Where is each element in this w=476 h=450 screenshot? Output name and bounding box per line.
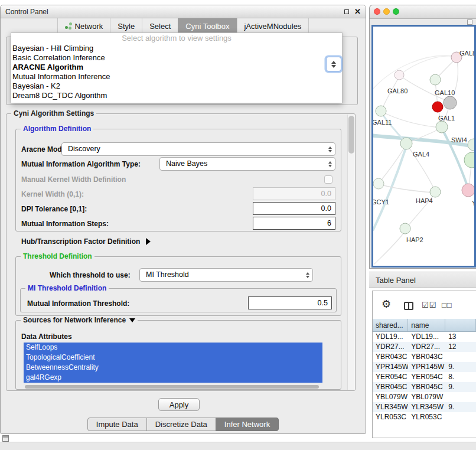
node-gal4[interactable] xyxy=(400,138,412,149)
table-row[interactable]: YLR053CYLR053C xyxy=(373,412,476,422)
close-traffic-light-icon[interactable] xyxy=(374,8,380,15)
node-gal10[interactable] xyxy=(444,96,457,109)
node-label: HAP2 xyxy=(406,236,423,243)
network-edge[interactable] xyxy=(374,230,406,264)
mi-threshold-field[interactable]: 0.5 xyxy=(248,296,332,309)
table-row[interactable]: YPR145WYPR145W9. xyxy=(373,362,476,372)
node-green-right[interactable] xyxy=(464,152,474,168)
table-row[interactable]: YDL19...YDL19...13 xyxy=(373,332,476,342)
restore-panel-icon[interactable] xyxy=(2,435,9,442)
node-pink-right[interactable] xyxy=(462,184,474,197)
tab-select[interactable]: Select xyxy=(142,18,178,34)
bottom-tab-infer-network[interactable]: Infer Network xyxy=(216,418,279,431)
algorithm-option[interactable]: Bayesian - Hill Climbing xyxy=(11,44,342,53)
collapse-down-icon xyxy=(129,318,135,322)
node-hap2[interactable] xyxy=(400,223,410,234)
table-panel-title: Table Panel xyxy=(376,276,416,285)
algorithm-option[interactable]: ARACNE Algorithm xyxy=(11,63,342,72)
settings-scrollbar[interactable] xyxy=(347,115,355,390)
network-edge[interactable] xyxy=(400,56,456,75)
algorithm-option[interactable]: Bayesian - K2 xyxy=(11,81,342,91)
tab-label: Cyni Toolbox xyxy=(185,22,229,31)
network-canvas[interactable]: GAL8GAL80GAL10GAL11GAL1SWI4GAL4GCY1HAP4H… xyxy=(371,25,476,268)
table-row[interactable]: YBR045CYBR045C9. xyxy=(373,382,476,392)
tab-jactivemnodules[interactable]: jActiveMNodules xyxy=(237,18,309,34)
table-panel-header[interactable]: Table Panel xyxy=(369,272,476,288)
node-label: SWI4 xyxy=(451,136,467,144)
attributes-h-scrollbar[interactable] xyxy=(24,384,322,389)
network-edge[interactable] xyxy=(373,56,455,93)
node-red[interactable] xyxy=(432,102,443,112)
view-toolbar-widget[interactable] xyxy=(467,19,472,25)
node-gcy1[interactable] xyxy=(373,178,384,189)
node-pale[interactable] xyxy=(395,70,404,80)
table-row[interactable]: YBR043CYBR043C xyxy=(373,352,476,362)
desktop: Control Panel ✕ NetworkStyleSelectCyni T… xyxy=(0,0,476,450)
tab-network[interactable]: Network xyxy=(57,18,110,34)
column-header[interactable] xyxy=(445,319,476,331)
gear-icon[interactable]: ⚙ xyxy=(382,298,391,311)
tab-style[interactable]: Style xyxy=(110,18,142,34)
threshold-definition-title: Threshold Definition xyxy=(21,252,94,261)
attribute-item[interactable]: BetweennessCentrality xyxy=(24,363,322,373)
table-row[interactable]: YER054CYER054C8. xyxy=(373,372,476,382)
table-cell: YLR345W xyxy=(408,402,445,412)
combo-arrows-icon xyxy=(328,158,332,170)
scrollbar-thumb[interactable] xyxy=(348,116,354,154)
node-hap4[interactable] xyxy=(430,187,441,197)
table-row[interactable]: YDR27...YDR27...12 xyxy=(373,342,476,352)
node-gal1[interactable] xyxy=(436,121,448,133)
node-gal11[interactable] xyxy=(376,106,386,116)
bottom-tab-discretize-data[interactable]: Discretize Data xyxy=(146,418,216,431)
manual-kernel-label: Manual Kernel Width Definition xyxy=(21,173,126,186)
node-label: GAL1 xyxy=(438,115,455,122)
node-green-top[interactable] xyxy=(430,74,441,85)
table-row[interactable]: YBL079WYBL079W xyxy=(373,392,476,402)
dpi-tolerance-field[interactable]: 0.0 xyxy=(253,202,335,215)
minimize-traffic-light-icon[interactable] xyxy=(383,8,390,15)
algorithm-dropdown-popup: Select algorithm to view settings Bayesi… xyxy=(11,32,343,103)
network-edge[interactable] xyxy=(379,184,433,193)
hub-definition-toggle[interactable]: Hub/Transcription Factor Definition xyxy=(21,235,151,248)
close-window-icon[interactable]: ✕ xyxy=(354,8,361,15)
column-browser-icon[interactable] xyxy=(404,302,413,310)
control-panel-titlebar[interactable]: Control Panel ✕ xyxy=(1,5,366,18)
attribute-item[interactable]: TopologicalCoefficient xyxy=(24,353,322,363)
sources-group-title[interactable]: Sources for Network Inference xyxy=(21,316,138,325)
tab-label: jActiveMNodules xyxy=(244,22,302,31)
which-threshold-combo[interactable]: MI Threshold xyxy=(139,268,313,282)
algorithm-option[interactable]: Basic Correlation Inference xyxy=(11,53,342,63)
apply-button[interactable]: Apply xyxy=(158,398,200,411)
algorithm-combo-stepper[interactable] xyxy=(326,57,341,71)
column-header[interactable]: shared... xyxy=(373,319,408,331)
aracne-mode-combo[interactable]: Discovery xyxy=(61,142,335,156)
mi-steps-field[interactable]: 6 xyxy=(253,217,335,230)
zoom-traffic-light-icon[interactable] xyxy=(393,8,399,15)
tab-cyni-toolbox[interactable]: Cyni Toolbox xyxy=(178,18,236,34)
attribute-item[interactable]: gal4RGexp xyxy=(24,373,322,383)
attribute-item[interactable]: SelfLoops xyxy=(24,343,322,353)
data-attributes-list: SelfLoopsTopologicalCoefficientBetweenne… xyxy=(24,343,322,383)
table-cell: YPR145W xyxy=(373,362,408,372)
algorithm-option[interactable]: Mutual Information Inference xyxy=(11,72,342,81)
table-row[interactable]: YLR345WYLR345W9. xyxy=(373,402,476,412)
manual-kernel-checkbox[interactable] xyxy=(324,175,332,184)
mi-type-combo[interactable]: Naive Bayes xyxy=(159,157,335,171)
combo-arrows-icon xyxy=(328,143,332,155)
bottom-tab-impute-data[interactable]: Impute Data xyxy=(87,418,147,431)
show-checked-columns-icon[interactable]: ☑☑ xyxy=(422,301,436,309)
status-bar xyxy=(0,442,476,450)
control-panel-tabs: NetworkStyleSelectCyni ToolboxjActiveMNo… xyxy=(1,18,366,34)
hide-columns-icon[interactable]: □□ xyxy=(442,301,452,309)
column-header[interactable]: name xyxy=(408,319,445,331)
mi-threshold-label: Mutual Information Threshold: xyxy=(27,297,129,310)
table-cell: YER054C xyxy=(373,372,408,382)
node-swi4[interactable] xyxy=(468,139,474,151)
float-window-icon[interactable] xyxy=(344,9,349,14)
network-edge[interactable] xyxy=(380,144,406,182)
h-scrollbar-thumb[interactable] xyxy=(25,385,319,389)
algorithm-option[interactable]: Dream8 DC_TDC Algorithm xyxy=(11,91,342,100)
stepper-up-icon xyxy=(331,61,336,64)
table-cell: 8. xyxy=(445,372,476,382)
table-cell: YDL19... xyxy=(408,332,445,342)
